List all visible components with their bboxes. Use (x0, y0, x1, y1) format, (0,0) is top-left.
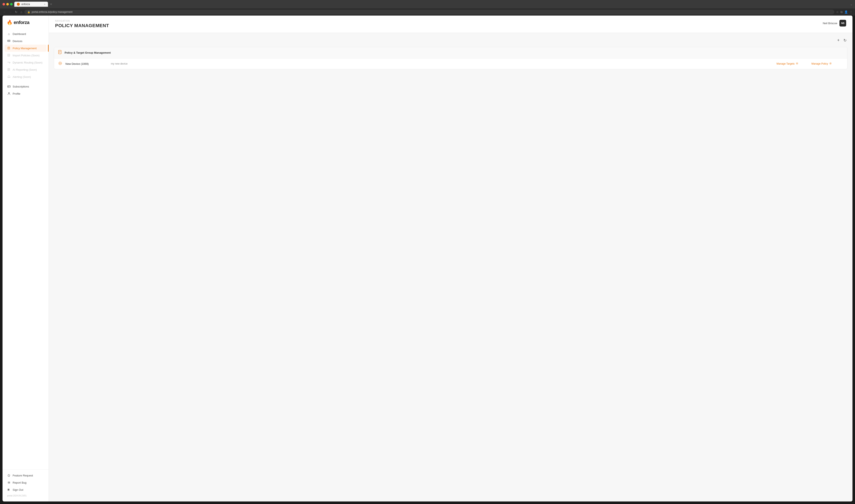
dynamic-routing-icon (7, 61, 11, 64)
profile-icon[interactable]: 👤 (844, 10, 848, 14)
forward-button[interactable]: → (8, 10, 13, 14)
logo-area: 🔥 enforza (2, 16, 49, 30)
home-button[interactable]: ⌂ (20, 10, 23, 14)
manage-policy-link[interactable]: Manage Policy (812, 62, 843, 66)
sidebar-item-profile[interactable]: Profile (5, 90, 47, 97)
sidebar-item-devices-label: Devices (13, 39, 22, 43)
svg-marker-20 (7, 474, 10, 476)
new-tab-btn[interactable]: + (49, 2, 53, 6)
page-title: POLICY MANAGEMENT (55, 23, 109, 29)
logo-text: enforza (14, 20, 30, 25)
svg-line-24 (8, 482, 8, 482)
sidebar-item-dashboard[interactable]: ⌂ Dashboard (5, 30, 47, 37)
sidebar-item-sign-out[interactable]: Sign Out (5, 486, 47, 493)
dashboard-icon: ⌂ (7, 32, 11, 36)
manage-policy-label: Manage Policy (812, 62, 828, 65)
tab-favicon (17, 3, 20, 6)
maximize-button[interactable] (10, 3, 13, 5)
minimize-button[interactable] (6, 3, 9, 5)
policy-card-header: Policy & Target Group Management (54, 47, 847, 58)
manage-targets-link[interactable]: Manage Targets (777, 62, 808, 66)
sidebar-item-ai-reporting: AI Reporting (Soon) (5, 66, 47, 73)
manage-policy-gear-icon (829, 62, 832, 66)
header-user: Neil Briscoe NB (823, 20, 846, 26)
toolbar-row: + ↻ (54, 37, 848, 43)
breadcrumb: NAVIGATION (55, 20, 109, 22)
menu-icon[interactable]: ⋮ (850, 10, 853, 14)
report-bug-icon (7, 481, 11, 484)
policy-group-title: Policy & Target Group Management (65, 51, 111, 54)
svg-point-19 (8, 93, 10, 94)
svg-line-26 (8, 483, 8, 484)
svg-line-25 (10, 482, 10, 482)
browser-toolbar: ← → ↻ ⌂ 🔒 portal.enforza.io/policy-manag… (0, 8, 855, 16)
import-policies-icon (7, 54, 11, 57)
manage-targets-label: Manage Targets (777, 62, 795, 65)
svg-point-37 (59, 63, 61, 64)
sidebar-item-dynamic-routing-label: Dynamic Routing (Soon) (13, 61, 42, 64)
browser-titlebar: enforza × + ⌄ (0, 0, 855, 8)
device-spinner-icon (58, 61, 62, 66)
svg-line-27 (10, 483, 10, 484)
logo: 🔥 enforza (7, 20, 44, 25)
sidebar-item-devices[interactable]: Devices (5, 37, 47, 44)
sidebar-item-report-bug[interactable]: Report Bug (5, 479, 47, 486)
svg-rect-1 (8, 40, 8, 41)
svg-rect-18 (8, 87, 9, 87)
main-content: NAVIGATION POLICY MANAGEMENT Neil Brisco… (49, 16, 853, 502)
device-name: New Device (1069) (66, 62, 107, 66)
sidebar-item-policy-management[interactable]: Policy Management (5, 44, 47, 52)
user-name: Neil Briscoe (823, 22, 837, 25)
content-area: + ↻ Policy & Target Group Management (49, 33, 853, 502)
policy-management-icon (7, 47, 11, 50)
sidebar-item-import-policies: Import Policies (Soon) (5, 52, 47, 59)
sidebar-item-dynamic-routing: Dynamic Routing (Soon) (5, 59, 47, 66)
address-bar[interactable]: 🔒 portal.enforza.io/policy-management (24, 10, 834, 14)
reload-button[interactable]: ↻ (14, 10, 18, 14)
tab-label: enforza (21, 3, 30, 6)
back-button[interactable]: ← (2, 10, 7, 14)
sidebar-item-alerting: Alerting (Soon) (5, 73, 47, 80)
sidebar-bottom: Feature Request Report Bug (2, 469, 49, 502)
device-description: my new device (111, 62, 773, 65)
logo-icon: 🔥 (7, 20, 13, 25)
traffic-lights (2, 3, 13, 5)
svg-rect-9 (8, 54, 10, 56)
add-button[interactable]: + (836, 37, 840, 43)
manage-targets-gear-icon (796, 62, 798, 66)
page-header: NAVIGATION POLICY MANAGEMENT Neil Brisco… (49, 16, 853, 33)
refresh-button[interactable]: ↻ (842, 37, 848, 43)
sidebar-item-report-bug-label: Report Bug (13, 481, 26, 484)
sidebar-item-dashboard-label: Dashboard (13, 32, 26, 36)
sidebar-item-policy-management-label: Policy Management (13, 47, 37, 50)
sidebar-item-import-policies-label: Import Policies (Soon) (13, 54, 39, 57)
ai-reporting-icon (7, 68, 11, 71)
sidebar-item-feature-request[interactable]: Feature Request (5, 472, 47, 479)
sidebar-item-subscriptions-label: Subscriptions (13, 85, 29, 88)
sidebar-item-alerting-label: Alerting (Soon) (13, 75, 31, 78)
table-row: New Device (1069) my new device Manage T… (54, 58, 847, 69)
close-button[interactable] (2, 3, 5, 5)
svg-point-36 (59, 62, 61, 65)
sidebar-item-profile-label: Profile (13, 92, 20, 95)
alerting-icon (7, 75, 11, 78)
active-tab[interactable]: enforza × (14, 2, 48, 7)
browser-toolbar-actions: ☆ ⧉ 👤 ⋮ (836, 10, 853, 14)
version-text: portal-2024.09.23/01 (5, 493, 47, 498)
svg-point-39 (830, 63, 831, 64)
sign-out-icon (7, 488, 11, 491)
browser-chrome: enforza × + ⌄ ← → ↻ ⌂ 🔒 portal.enforza.i… (0, 0, 855, 16)
window-controls: ⌄ (850, 3, 853, 6)
extensions-icon[interactable]: ⧉ (840, 10, 842, 14)
bookmark-icon[interactable]: ☆ (836, 10, 839, 14)
sidebar-item-subscriptions[interactable]: Subscriptions (5, 83, 47, 90)
sidebar-item-feature-request-label: Feature Request (13, 474, 33, 477)
policy-card: Policy & Target Group Management New Dev… (54, 47, 848, 69)
tab-bar: enforza × + (14, 2, 849, 7)
profile-nav-icon (7, 92, 11, 95)
devices-icon (7, 39, 11, 43)
page-title-area: NAVIGATION POLICY MANAGEMENT (55, 20, 109, 29)
sidebar: 🔥 enforza ⌂ Dashboard (2, 16, 49, 502)
tab-close-btn[interactable]: × (44, 3, 46, 5)
policy-group-icon (58, 50, 62, 55)
